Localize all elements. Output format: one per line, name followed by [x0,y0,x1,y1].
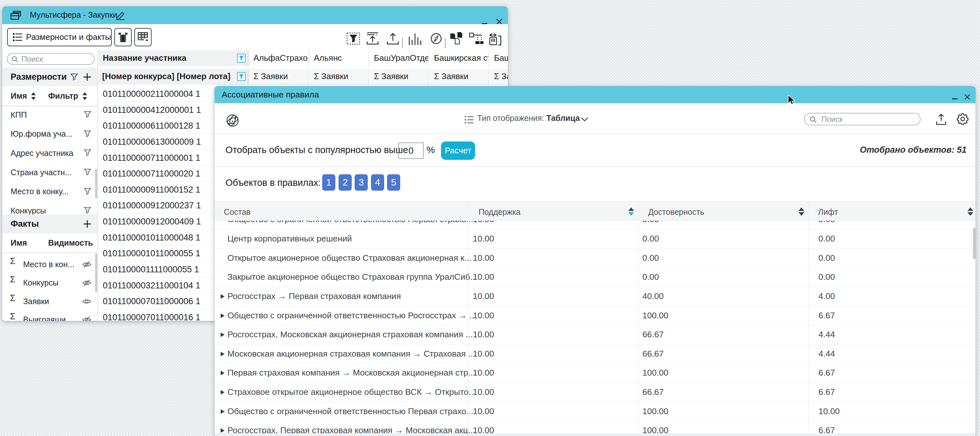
desktop: Мультисфера - Закупки [0,0,980,436]
calc-btn[interactable]: Расчет [441,142,475,160]
rt-row-7: Московская акционерная страховая компани… [215,344,975,364]
lp-dims-header: Размерности [2,67,97,86]
col-header-1: Название участника [98,51,247,66]
rt-header: Состав Поддержка Достоверность Лифт [215,201,975,220]
dlg-close[interactable] [964,94,970,100]
col-header-2: [Номер конкурса] [Номер лота] [98,69,247,85]
btn-table[interactable] [134,28,152,46]
ic-tree[interactable] [469,32,484,45]
rt-row-6: Росгосстрах, Московская акционерная стра… [215,325,975,344]
globe-icon [226,114,239,127]
lp-dims-list: КПП Юр.форма уча... Адрес участника Стра… [2,106,97,214]
btn-resize[interactable] [115,28,132,46]
lp-dims-cols: Имя Фильтр [2,86,97,106]
disp-chevron [581,117,589,122]
rules-table: Общество с ограниченной ответственностью… [215,201,975,436]
lp-search[interactable]: Поиск [7,53,95,65]
main-titlebar: Мультисфера - Закупки [2,6,508,24]
edit-icon [116,11,125,20]
rule-5[interactable]: 5 [387,174,400,191]
rt-row-8: Первая страховая компания → Московская а… [215,363,975,383]
btn-dims-facts[interactable]: Размерности и факты [7,28,112,46]
rt-row-5: Общество с ограниченной ответственностью… [215,306,975,326]
rt-row-1: Центр корпоративных решений10.000.000.00 [215,229,975,249]
pct-input[interactable]: 0 [398,142,424,159]
dlg-min[interactable] [952,98,958,99]
dlg-search[interactable]: Поиск [804,113,921,125]
assoc-dialog: Ассоциативные правила [215,86,975,436]
cursor [788,95,796,106]
lp-facts-list: Σ Σ Σ Σ Место в кон... Конкурсы Заявки В… [2,253,97,321]
ic-chart[interactable] [408,32,422,45]
dlg-rulesrow: Объектов в правилах: 1 2 3 4 5 [215,167,975,201]
lp-facts-header: Факты [2,214,97,233]
main-title-text: Мультисфера - Закупки [30,6,117,24]
ic-import[interactable] [366,32,379,45]
dlg-titlebar: Ассоциативные правила [215,86,975,103]
sigma-headers: Σ Заявки Σ Заявки Σ Заявки Σ Заявки Σ За… [249,69,508,85]
disp-type: Тип отображения: Таблица [477,103,580,133]
ic-compass[interactable] [431,33,442,44]
rt-hscroll [215,433,975,436]
rt-row-3: Закрытое акционерное общество Страховая … [215,268,975,287]
rule-1[interactable]: 1 [322,174,335,191]
dlg-title-text: Ассоциативные правила [222,86,319,103]
ic-eye[interactable] [488,32,504,46]
ic-copy[interactable] [450,32,463,45]
left-panel: Поиск Размерности Имя Фильтр КПП Юр.форм… [2,51,98,321]
lp-facts-cols: Имя Видимость [2,233,97,253]
rt-row-2: Открытое акционерное общество Страховая … [215,249,975,268]
rule-4[interactable]: 4 [371,174,384,191]
disp-icon [465,115,474,125]
ic-export[interactable] [387,32,399,45]
rule-3[interactable]: 3 [355,174,368,191]
main-toolbar: Размерности и факты [2,24,508,51]
dlg-filterrow: Отобрать объекты с популярностью выше 0 … [215,134,975,166]
rule-2[interactable]: 2 [339,174,352,191]
dlg-export[interactable] [935,113,947,125]
col-headers: АльфаСтрахова Альянс БашУралОтдел Башкир… [249,51,508,66]
rt-row-10: Общество с ограниченной ответственностью… [215,402,975,421]
rt-row-9: Страховое открытое акционерное общество … [215,383,975,402]
rt-scrollbar [973,228,975,259]
dlg-settings[interactable] [956,113,969,125]
rt-rows: Центр корпоративных решений10.000.000.00… [215,229,975,433]
dlg-toolbar: Тип отображения: Таблица Поиск [215,103,975,133]
selected-count: Отобрано объектов: 51 [860,134,967,166]
rt-row-4: Росгосстрах → Первая страховая компания1… [215,287,975,306]
ic-filter[interactable] [347,32,360,45]
